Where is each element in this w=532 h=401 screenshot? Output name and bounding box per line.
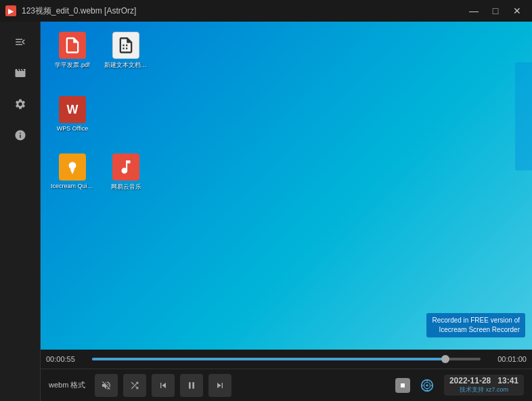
main-layout: 学平发票.pdf 新建文本文档(3).txt W	[0, 22, 532, 401]
sidebar-item-settings[interactable]	[5, 91, 35, 118]
maximize-button[interactable]: □	[486, 3, 505, 18]
prev-button[interactable]	[152, 374, 175, 397]
music-icon	[112, 154, 139, 181]
desktop-icon-pdf: 学平发票.pdf	[51, 32, 94, 70]
icecream-label: Icecream Quick Scr...	[51, 183, 94, 189]
end-time: 00:01:00	[486, 355, 527, 363]
minimize-button[interactable]: —	[464, 3, 483, 18]
title-bar: ▶ 123视频_edit_0.webm [AstrOrz] — □ ✕	[0, 0, 532, 22]
svg-point-3	[426, 384, 428, 387]
sidebar-item-playlist[interactable]	[5, 28, 35, 55]
date-text: 2022-11-28	[449, 376, 491, 385]
sidebar	[0, 22, 41, 401]
svg-point-0	[69, 162, 76, 169]
format-label: webm 格式	[49, 380, 89, 390]
window-title: 123视频_edit_0.webm [AstrOrz]	[22, 5, 136, 17]
app-icon: ▶	[5, 5, 16, 16]
title-bar-left: ▶ 123视频_edit_0.webm [AstrOrz]	[5, 5, 136, 17]
desktop-background: 学平发票.pdf 新建文本文档(3).txt W	[41, 22, 532, 350]
datetime-main: 2022-11-28 13:41	[449, 376, 518, 385]
sidebar-item-info[interactable]	[5, 122, 35, 149]
txt-icon	[112, 32, 139, 59]
desktop-icon-music: 网易云音乐	[104, 154, 148, 191]
music-label: 网易云音乐	[111, 183, 141, 191]
stop-button[interactable]	[395, 378, 410, 393]
sidebar-item-video[interactable]	[5, 60, 35, 87]
title-bar-controls: — □ ✕	[464, 3, 527, 18]
close-button[interactable]: ✕	[508, 3, 527, 18]
shuffle-button[interactable]	[123, 374, 146, 397]
video-container[interactable]: 学平发票.pdf 新建文本文档(3).txt W	[41, 22, 532, 350]
wps-icon: W	[59, 96, 86, 123]
progress-thumb[interactable]	[441, 355, 449, 363]
datetime-badge: 2022-11-28 13:41 技术支持 xz7.com	[444, 375, 524, 396]
datetime-sub: 技术支持 xz7.com	[460, 385, 508, 394]
icecream-icon	[59, 154, 86, 181]
watermark-badge: Recorded in FREE version ofIcecream Scre…	[426, 313, 525, 337]
txt-label: 新建文本文档(3).txt	[104, 61, 148, 70]
controls-area: webm 格式	[41, 369, 532, 401]
pdf-label: 学平发票.pdf	[55, 61, 89, 70]
progress-track[interactable]	[92, 358, 481, 360]
progress-fill	[92, 358, 445, 360]
content-area: 学平发票.pdf 新建文本文档(3).txt W	[41, 22, 532, 401]
current-time: 00:00:55	[46, 355, 87, 363]
watermark-text: Recorded in FREE version ofIcecream Scre…	[432, 316, 520, 333]
audio-button[interactable]	[95, 374, 118, 397]
desktop-icon-txt: 新建文本文档(3).txt	[104, 32, 148, 70]
desktop-icon-wps: W WPS Office	[51, 96, 94, 132]
pdf-icon	[59, 32, 86, 59]
watermark-control-button[interactable]	[416, 374, 439, 397]
play-pause-button[interactable]	[180, 374, 203, 397]
progress-area: 00:00:55 00:01:00	[41, 350, 532, 369]
next-button[interactable]	[208, 374, 231, 397]
time-text: 13:41	[497, 376, 518, 385]
wps-label: WPS Office	[57, 125, 88, 132]
desktop-icon-icecream: Icecream Quick Scr...	[51, 154, 94, 191]
